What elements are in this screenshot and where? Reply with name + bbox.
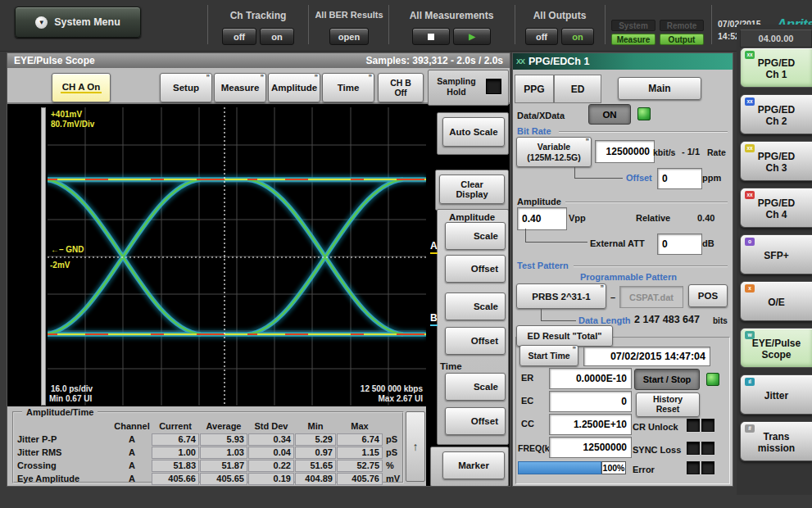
system-menu-label: System Menu xyxy=(54,16,120,28)
sync-loss-label: SYNC Loss xyxy=(633,445,681,455)
col-max: Max xyxy=(337,421,383,431)
cspat-file-button: CSPAT.dat xyxy=(619,286,683,308)
sampling-hold-checkbox[interactable] xyxy=(486,79,501,94)
row-label: Eye Amplitude xyxy=(17,474,112,483)
col-std-dev: Std Dev xyxy=(248,421,294,431)
main-button[interactable]: Main xyxy=(618,77,701,100)
divider xyxy=(711,5,712,44)
ec-value: 0 xyxy=(549,391,632,412)
ext-att-unit: dB xyxy=(702,238,714,248)
start-stop-button[interactable]: Start / Stop xyxy=(634,369,700,390)
clear-display-button[interactable]: Clear Display xyxy=(439,175,505,204)
ed-result-total-button[interactable]: ED Result "Total" xyxy=(516,325,613,347)
table-scroll-up-button[interactable]: ↑ xyxy=(406,411,425,482)
voltage-top-label: +401mV xyxy=(51,110,82,119)
time-scale-button[interactable]: Scale xyxy=(445,373,506,401)
measure-button[interactable]: Measure xyxy=(214,73,266,102)
cr-unlock-indicator-1 xyxy=(687,419,700,432)
sidebar-item-transmission[interactable]: # Transmission xyxy=(740,421,812,461)
tab-ed[interactable]: ED xyxy=(554,75,601,103)
freq-value: 12500000 xyxy=(549,437,632,458)
auto-scale-button[interactable]: Auto Scale xyxy=(442,117,505,147)
ber-results-group: All BER Results open xyxy=(311,0,388,51)
status-indicators: System Remote Measure Output xyxy=(611,20,704,45)
er-label: ER xyxy=(521,373,533,383)
sidebar-item-ppg-ed-ch4[interactable]: xx PPG/EDCh 4 xyxy=(740,188,812,228)
ch-tracking-off-button[interactable]: off xyxy=(222,28,256,45)
amplitude-scale-b-button[interactable]: Scale xyxy=(445,293,506,320)
measurements-start-button[interactable]: ▶ xyxy=(453,28,491,45)
sidebar-item-oe[interactable]: x O/E xyxy=(740,281,812,321)
ppg-title: PPG/EDCh 1 xyxy=(528,56,589,67)
measurement-progress-bar: 100% xyxy=(518,461,626,474)
outputs-off-button[interactable]: off xyxy=(525,28,558,45)
sidebar-item-eye-pulse-scope[interactable]: w EYE/PulseScope xyxy=(740,328,812,368)
amplitude-offset-a-button[interactable]: Offset xyxy=(445,255,506,283)
col-current: Current xyxy=(152,421,199,431)
scope-title-bar: EYE/Pulse Scope Samples: 393,312 - 2.0s … xyxy=(7,53,510,68)
relative-label: Relative xyxy=(636,213,670,223)
channel-badge-icon: XX xyxy=(516,57,524,66)
tab-ppg[interactable]: PPG xyxy=(515,75,554,103)
sidebar-item-ppg-ed-ch3[interactable]: xx PPG/EDCh 3 xyxy=(740,141,812,181)
ch-tracking-on-button[interactable]: on xyxy=(260,28,294,45)
divider xyxy=(308,5,309,44)
ext-att-input[interactable]: 0 xyxy=(657,234,702,255)
channel-a-marker: A xyxy=(430,240,438,254)
bit-rate-variable-button[interactable]: Variable(125M-12.5G) xyxy=(516,137,592,167)
amplitude-scale-a-button[interactable]: Scale xyxy=(445,222,506,250)
error-label: Error xyxy=(633,465,655,474)
amplitude-section-label: Amplitude xyxy=(437,212,507,222)
play-icon: ▶ xyxy=(469,33,475,41)
divider xyxy=(388,5,389,44)
amplitude-offset-b-button[interactable]: Offset xyxy=(445,327,506,355)
sidebar-item-jitter[interactable]: ıl Jitter xyxy=(740,374,812,415)
stop-icon xyxy=(428,34,434,40)
ec-label: EC xyxy=(521,396,533,406)
cr-unlock-label: CR Unlock xyxy=(633,422,678,432)
divider xyxy=(605,5,606,44)
time-div-label: 16.0 ps/div xyxy=(51,384,93,393)
history-reset-button[interactable]: HistoryReset xyxy=(636,392,700,417)
bit-rate-label: Bit Rate xyxy=(517,126,551,136)
scope-title: EYE/Pulse Scope xyxy=(14,55,95,66)
row-label: Jitter RMS xyxy=(17,447,112,457)
prbs-pattern-button[interactable]: PRBS 2^31-1 xyxy=(516,283,606,309)
sidebar-item-sfp[interactable]: o SFP+ xyxy=(740,234,812,274)
sidebar-item-ppg-ed-ch2[interactable]: xx PPG/EDCh 2 xyxy=(740,94,812,134)
outputs-on-button[interactable]: on xyxy=(561,28,594,45)
sidebar-item-ppg-ed-ch1[interactable]: xx PPG/EDCh 1 xyxy=(740,48,812,88)
ui-max-label: Max 2.67 UI xyxy=(379,394,423,403)
measurements-stop-button[interactable] xyxy=(412,28,450,45)
plot-left-strip xyxy=(41,107,46,406)
time-button[interactable]: Time xyxy=(322,73,374,102)
amplitude-unit: Vpp xyxy=(569,213,586,223)
cr-unlock-indicator-2 xyxy=(701,419,714,432)
offset-connector xyxy=(574,167,623,179)
bit-rate-unit: kbit/s xyxy=(653,147,675,157)
test-pattern-label: Test Pattern xyxy=(517,261,569,270)
ch-a-on-button[interactable]: CH A On xyxy=(52,73,111,102)
data-length-connector xyxy=(541,309,576,321)
start-time-button[interactable]: Start Time xyxy=(519,345,578,366)
ext-att-connector xyxy=(525,229,587,243)
data-xdata-label: Data/XData xyxy=(517,111,565,120)
firmware-version: 04.00.00 xyxy=(740,29,812,48)
offset-input[interactable]: 0 xyxy=(657,168,702,189)
start-stop-led xyxy=(706,373,719,386)
start-time-display: 07/02/2015 14:47:04 xyxy=(583,347,710,366)
amplitude-rule xyxy=(565,202,728,203)
time-section-label: Time xyxy=(437,361,489,371)
amplitude-input[interactable]: 0.40 xyxy=(517,207,567,230)
amplitude-button[interactable]: Amplitude xyxy=(268,73,320,102)
data-xdata-on-button[interactable]: ON xyxy=(588,104,631,125)
time-offset-button[interactable]: Offset xyxy=(445,407,506,435)
system-menu-button[interactable]: ▼ System Menu xyxy=(15,7,141,38)
bit-rate-input[interactable]: 12500000 xyxy=(595,140,655,163)
ppg-ed-ch1-panel: XX PPG/EDCh 1 PPG ED Main Data/XData ON … xyxy=(512,52,733,487)
ch-b-off-button[interactable]: CH B Off xyxy=(378,73,424,102)
pos-button[interactable]: POS xyxy=(688,284,728,307)
setup-button[interactable]: Setup xyxy=(160,73,212,102)
ber-results-open-button[interactable]: open xyxy=(329,28,369,45)
marker-button[interactable]: Marker xyxy=(442,451,505,479)
